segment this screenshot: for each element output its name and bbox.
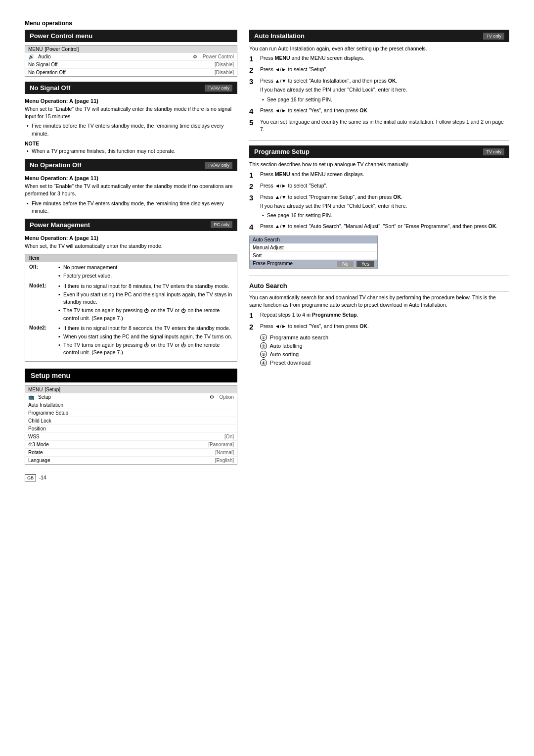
step-content-2: Press ◄/► to select "Setup". — [260, 66, 509, 75]
circle-text-4: Preset download — [270, 360, 311, 366]
prog-step-3-pin: See page 16 for setting PIN. — [260, 212, 509, 219]
no-signal-label: No Signal Off — [28, 62, 215, 67]
prog-sort: Sort — [253, 253, 262, 258]
no-operation-off-header: No Operation Off TV/AV only — [25, 159, 237, 171]
circle-items: ① Programme auto search ② Auto labelling… — [249, 334, 509, 366]
right-column: Auto Installation TV only You can run Au… — [249, 30, 509, 481]
power-control-title: Power Control menu — [30, 32, 92, 40]
power-control-section: Power Control menu MENU [Power Control] … — [25, 30, 237, 77]
item-content-off: No power management Factory preset value… — [56, 264, 233, 281]
setup-row-lang: Language [English] — [25, 457, 237, 464]
item-label-off: Off: — [29, 264, 56, 281]
auto-installation-badge: TV only — [483, 33, 504, 40]
circle-item-4: ④ Preset download — [260, 359, 509, 366]
audio-value: Power Control — [203, 54, 234, 59]
gb-badge: GB — [25, 474, 36, 481]
page-num-text: -14 — [39, 475, 46, 480]
no-signal-off-title: No Signal Off — [30, 84, 70, 92]
43mode-value: [Panorama] — [208, 442, 234, 447]
menu-title-bracket: [Power Control] — [44, 47, 79, 52]
circle-item-2: ② Auto labelling — [260, 342, 509, 349]
power-control-menu-title: MENU [Power Control] — [25, 46, 237, 53]
no-operation-off-title: No Operation Off — [30, 161, 82, 169]
rotate-value: [Normal] — [215, 450, 234, 455]
no-operation-value: [Disable] — [215, 70, 234, 75]
power-management-header: Power Management PC only — [25, 219, 237, 231]
item-content-mode1: If there is no signal input for 8 minute… — [56, 283, 233, 323]
off-bullet-0: No power management — [56, 264, 233, 271]
setup-row-child: Child Lock — [25, 417, 237, 425]
power-management-body: When set, the TV will automatically ente… — [25, 242, 237, 250]
no-signal-off-header: No Signal Off TV/AV only — [25, 82, 237, 94]
item-row-off: Off: No power management Factory preset … — [29, 264, 233, 281]
search-step-2: 2 Press ◄/► to select "Yes", and then pr… — [249, 323, 509, 331]
item-row-mode1: Mode1: If there is no signal input for 8… — [29, 283, 233, 323]
setup-menu-box: MENU [Setup] 📺 Setup ⚙ Option Auto Insta… — [25, 385, 237, 465]
item-row-mode2: Mode2: If there is no signal input for 8… — [29, 325, 233, 358]
mode2-bullet-1: When you start using the PC and the sign… — [56, 333, 233, 340]
step-content-1: Press MENU and the MENU screen displays. — [260, 54, 509, 63]
wss-value: [On] — [224, 434, 234, 439]
circle-text-3: Auto sorting — [269, 351, 299, 357]
no-operation-sub-title: Menu Operation: A (page 11) — [25, 175, 237, 181]
programme-setup-section: Programme Setup TV only This section des… — [249, 145, 509, 269]
circle-num-4: ④ — [260, 359, 267, 366]
page-number: GB -14 — [25, 474, 237, 481]
off-bullet-1: Factory preset value. — [56, 272, 233, 280]
prog-yes-button[interactable]: Yes — [356, 261, 374, 267]
auto-search-intro: You can automatically search for and dow… — [249, 294, 509, 309]
search-step-num-1: 1 — [249, 311, 260, 320]
setup-option-value: Option — [220, 394, 234, 400]
language-value: [English] — [215, 458, 234, 463]
auto-search-section: Auto Search You can automatically search… — [249, 282, 509, 366]
setup-row-43: 4:3 Mode [Panorama] — [25, 441, 237, 449]
item-box-title: Item — [25, 254, 237, 262]
no-signal-body: When set to "Enable" the TV will automat… — [25, 105, 237, 120]
power-management-section: Power Management PC only Menu Operation:… — [25, 219, 237, 362]
auto-step-1: 1 Press MENU and the MENU screen display… — [249, 54, 509, 63]
no-operation-off-badge: TV/AV only — [205, 162, 232, 169]
prog-no-button[interactable]: No — [337, 261, 354, 267]
setup-row-prog: Programme Setup — [25, 409, 237, 417]
auto-step-2: 2 Press ◄/► to select "Setup". — [249, 66, 509, 75]
circle-item-1: ① Programme auto search — [260, 334, 509, 341]
step-num-1: 1 — [249, 54, 260, 63]
step-3-sub: If you have already set the PIN under "C… — [260, 86, 509, 94]
search-step-content-1: Repeat steps 1 to 4 in Programme Setup. — [260, 311, 509, 320]
prog-step-3: 3 Press ▲/▼ to select "Programme Setup",… — [249, 193, 509, 221]
no-operation-body: When set to "Enable" the TV will automat… — [25, 183, 237, 197]
mode2-bullet-2: The TV turns on again by pressing ⏻ on t… — [56, 341, 233, 356]
mode1-bullet-1: Even if you start using the PC and the s… — [56, 291, 233, 306]
power-control-icon: ⚙ — [193, 54, 201, 59]
setup-row-wss: WSS [On] — [25, 433, 237, 441]
circle-num-2: ② — [260, 342, 267, 349]
setup-menu-section: Setup menu MENU [Setup] 📺 Setup ⚙ Option… — [25, 369, 237, 465]
prog-step-num-4: 4 — [249, 223, 260, 232]
setup-menu-title-bracket: [Setup] — [44, 387, 60, 392]
auto-step-3: 3 Press ▲/▼ to select "Auto Installation… — [249, 77, 509, 104]
item-label-mode2: Mode2: — [29, 325, 56, 358]
auto-installation-header: Auto Installation TV only — [249, 30, 509, 42]
prog-step-2: 2 Press ◄/► to select "Setup". — [249, 182, 509, 191]
menu-row-audio: 🔊 Audio ⚙ Power Control — [25, 53, 237, 61]
prog-step-3-sub: If you have already set the PIN under "C… — [260, 202, 509, 210]
circle-num-1: ① — [260, 334, 267, 341]
no-signal-off-section: No Signal Off TV/AV only Menu Operation:… — [25, 82, 237, 155]
prog-menu-buttons: No Yes — [337, 261, 374, 267]
prog-menu-row-erase: Erase Programme No Yes — [250, 260, 377, 268]
left-column: Power Control menu MENU [Power Control] … — [25, 30, 237, 481]
power-management-item-box: Item Off: No power management Factory pr… — [25, 254, 237, 361]
position-label: Position — [28, 426, 234, 431]
prog-auto-search: Auto Search — [253, 237, 280, 242]
auto-installation-title: Auto Installation — [254, 32, 305, 40]
step-num-2: 2 — [249, 66, 260, 75]
mode2-bullet-0: If there is no signal input for 8 second… — [56, 325, 233, 332]
programme-menu-box: Auto Search Manual Adjust Sort Erase Pro… — [249, 236, 378, 269]
no-operation-bullet-0: Five minutes before the TV enters standb… — [25, 200, 237, 215]
power-control-header: Power Control menu — [25, 30, 237, 42]
prog-menu-row-auto: Auto Search — [250, 236, 377, 244]
setup-menu-title: Setup menu — [25, 369, 237, 382]
step-content-4: Press ◄/► to select "Yes", and then pres… — [260, 107, 509, 116]
divider-1 — [249, 140, 509, 141]
page-container: Menu operations Power Control menu MENU … — [25, 20, 509, 481]
